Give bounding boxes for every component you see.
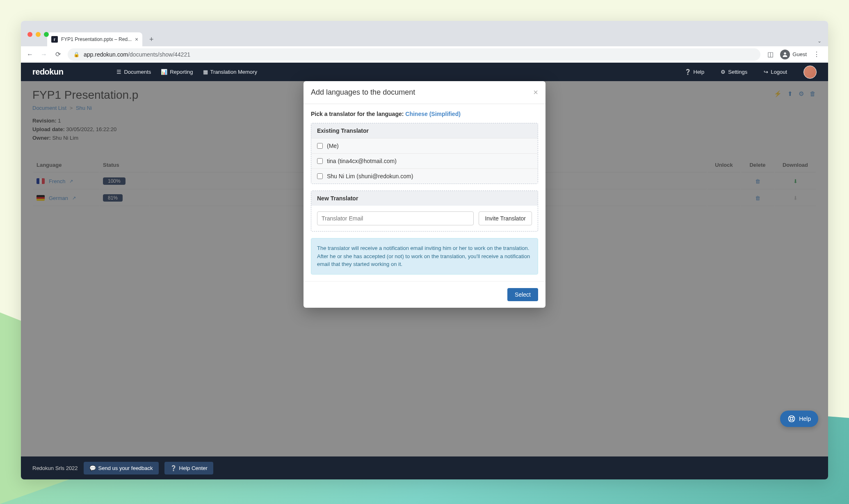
translator-option[interactable]: tina (tina4cx@hotmail.com) <box>311 153 538 168</box>
lock-icon: 🔒 <box>73 52 80 57</box>
new-header: New Translator <box>311 191 538 206</box>
browser-window: r FYP1 Presentation.pptx – Red... × + ⌄ … <box>21 21 828 479</box>
invite-translator-button[interactable]: Invite Translator <box>479 211 532 225</box>
help-center-button[interactable]: ❔Help Center <box>164 462 213 474</box>
help-icon: ❔ <box>685 69 691 75</box>
new-tab-button[interactable]: + <box>146 34 157 45</box>
existing-header: Existing Translator <box>311 123 538 138</box>
reload-icon[interactable]: ⟳ <box>54 50 62 58</box>
feedback-button[interactable]: 💬Send us your feedback <box>84 462 159 474</box>
lifebuoy-icon <box>787 415 796 423</box>
translator-checkbox[interactable] <box>317 158 323 164</box>
app-content: ⚡ ⬆ ⚙ 🗑 FYP1 Presentation.p Document Lis… <box>21 81 828 456</box>
logout-icon: ↪ <box>764 69 768 75</box>
back-icon[interactable]: ← <box>26 51 34 58</box>
guest-avatar-icon <box>780 50 790 59</box>
translator-label: tina (tina4cx@hotmail.com) <box>327 158 397 164</box>
extensions-icon[interactable]: ◫ <box>766 50 774 58</box>
new-translator-box: New Translator Invite Translator <box>311 191 538 232</box>
browser-topbar <box>21 21 828 31</box>
picker-label: Pick a translator for the language: Chin… <box>311 111 538 117</box>
nav-settings[interactable]: ⚙Settings <box>721 69 747 75</box>
nav-help[interactable]: ❔Help <box>685 69 705 75</box>
nav-reporting[interactable]: 📊Reporting <box>161 69 193 75</box>
info-notice: The translator will receive a notificati… <box>311 238 538 275</box>
gear-icon: ⚙ <box>721 69 726 75</box>
tabs-dropdown-icon[interactable]: ⌄ <box>817 38 822 44</box>
forward-icon[interactable]: → <box>40 51 48 58</box>
url-path: /documents/show/44221 <box>128 51 190 58</box>
tab-title: FYP1 Presentation.pptx – Red... <box>61 36 132 42</box>
translator-email-input[interactable] <box>317 211 474 225</box>
svg-line-6 <box>793 420 794 421</box>
tab-favicon: r <box>51 36 58 43</box>
browser-tabs: r FYP1 Presentation.pptx – Red... × + ⌄ <box>21 31 828 46</box>
browser-address-bar: ← → ⟳ 🔒 app.redokun.com/documents/show/4… <box>21 46 828 63</box>
window-close-dot[interactable] <box>27 32 32 37</box>
app-footer: Redokun Srls 2022 💬Send us your feedback… <box>21 456 828 479</box>
window-maximize-dot[interactable] <box>44 32 49 37</box>
svg-point-2 <box>790 418 793 420</box>
tm-icon: ▦ <box>203 69 208 75</box>
translator-checkbox[interactable] <box>317 173 323 179</box>
svg-point-0 <box>784 52 786 54</box>
nav-documents[interactable]: ☰Documents <box>116 69 151 75</box>
add-languages-modal: Add languages to the document × Pick a t… <box>304 81 545 308</box>
copyright-text: Redokun Srls 2022 <box>32 465 78 471</box>
browser-tab-active[interactable]: r FYP1 Presentation.pptx – Red... × <box>47 32 142 46</box>
help-widget[interactable]: Help <box>780 411 818 427</box>
reporting-icon: 📊 <box>161 69 167 75</box>
translator-option[interactable]: Shu Ni Lim (shuni@redokun.com) <box>311 168 538 184</box>
target-language-link[interactable]: Chinese (Simplified) <box>405 111 461 117</box>
menu-icon[interactable]: ⋮ <box>812 50 821 58</box>
url-input[interactable]: 🔒 app.redokun.com/documents/show/44221 <box>68 48 760 61</box>
translator-label: (Me) <box>327 143 339 149</box>
help-icon: ❔ <box>170 465 177 471</box>
nav-logout[interactable]: ↪Logout <box>764 69 787 75</box>
url-domain: app.redokun.com <box>84 51 128 58</box>
existing-translators-box: Existing Translator (Me) tina (tina4cx@h… <box>311 123 538 184</box>
documents-icon: ☰ <box>116 69 121 75</box>
svg-line-5 <box>789 420 790 421</box>
window-minimize-dot[interactable] <box>36 32 41 37</box>
nav-tm[interactable]: ▦Translation Memory <box>203 69 257 75</box>
guest-label: Guest <box>792 51 807 57</box>
translator-option[interactable]: (Me) <box>311 138 538 153</box>
profile-badge[interactable]: Guest <box>780 50 807 59</box>
translator-label: Shu Ni Lim (shuni@redokun.com) <box>327 173 413 179</box>
user-avatar[interactable] <box>803 66 817 79</box>
svg-line-4 <box>793 416 794 418</box>
select-button[interactable]: Select <box>507 288 538 301</box>
modal-close-icon[interactable]: × <box>533 88 538 97</box>
brand-logo[interactable]: redokun <box>32 67 63 77</box>
translator-checkbox[interactable] <box>317 143 323 149</box>
svg-line-3 <box>789 416 790 418</box>
help-widget-label: Help <box>799 415 811 422</box>
modal-title: Add languages to the document <box>311 88 415 97</box>
app-shell: redokun ☰Documents 📊Reporting ▦Translati… <box>21 63 828 479</box>
tab-close-icon[interactable]: × <box>135 36 138 43</box>
app-header: redokun ☰Documents 📊Reporting ▦Translati… <box>21 63 828 81</box>
window-controls <box>27 32 49 37</box>
chat-icon: 💬 <box>89 465 96 471</box>
